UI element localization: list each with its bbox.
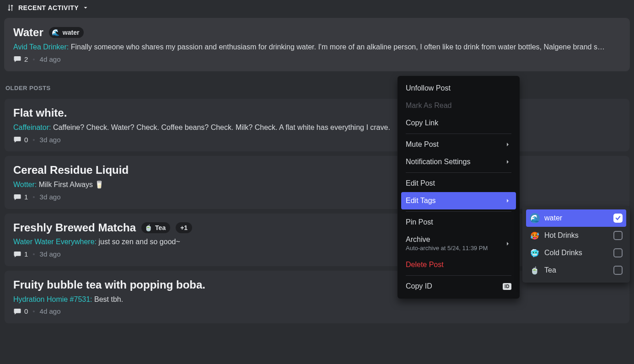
tag-option-cold-drinks[interactable]: 🥶 Cold Drinks bbox=[526, 244, 626, 262]
menu-unfollow-post[interactable]: Unfollow Post bbox=[401, 80, 516, 97]
post-age: 4d ago bbox=[40, 307, 61, 315]
tea-icon: 🍵 bbox=[530, 265, 540, 275]
menu-edit-tags[interactable]: Edit Tags bbox=[401, 192, 516, 209]
menu-separator bbox=[406, 172, 511, 173]
tea-icon: 🍵 bbox=[144, 224, 152, 232]
post-age: 3d ago bbox=[40, 250, 61, 258]
wave-icon: 🌊 bbox=[52, 28, 60, 37]
archive-subtext: Auto-archive at 5/24, 11:39 PM bbox=[406, 245, 488, 252]
tag-option-label: Cold Drinks bbox=[544, 249, 582, 257]
menu-separator bbox=[406, 134, 511, 134]
sort-dropdown[interactable]: RECENT ACTIVITY bbox=[5, 0, 629, 14]
tag-option-water[interactable]: 🌊 water bbox=[526, 209, 626, 227]
chevron-right-icon bbox=[504, 158, 511, 166]
post-snippet: Caffeine? Check. Water? Check. Coffee be… bbox=[53, 123, 390, 131]
chat-bubble-icon bbox=[13, 307, 21, 316]
post-meta: 2 • 4d ago bbox=[13, 55, 621, 63]
post-title: Flat white. bbox=[13, 107, 67, 120]
post-meta: 0 • 3d ago bbox=[13, 135, 621, 144]
post-snippet: Milk First Always 🥛 bbox=[39, 181, 104, 188]
chat-bubble-icon bbox=[13, 55, 21, 63]
tag-label: Tea bbox=[155, 224, 166, 231]
post-context-menu: Unfollow Post Mark As Read Copy Link Mut… bbox=[398, 76, 520, 299]
menu-mute-post[interactable]: Mute Post bbox=[401, 136, 516, 153]
hot-face-icon: 🥵 bbox=[530, 230, 540, 241]
post-preview: Hydration Homie #7531: Best tbh. bbox=[13, 294, 617, 305]
menu-copy-link[interactable]: Copy Link bbox=[401, 114, 516, 132]
checkbox-unchecked-icon bbox=[613, 248, 623, 257]
checkbox-checked-icon bbox=[613, 214, 623, 223]
menu-delete-post[interactable]: Delete Post bbox=[401, 256, 516, 273]
chevron-down-icon bbox=[82, 5, 89, 11]
post-author: Caffeinator: bbox=[13, 123, 51, 131]
tag-chip-more[interactable]: +1 bbox=[176, 222, 192, 233]
post-author: Water Water Everywhere: bbox=[13, 238, 97, 246]
comment-count: 0 bbox=[13, 135, 28, 144]
meta-separator: • bbox=[32, 307, 35, 315]
post-preview: Wotter: Milk First Always 🥛 bbox=[13, 180, 617, 190]
menu-archive[interactable]: Archive Auto-archive at 5/24, 11:39 PM bbox=[401, 231, 516, 256]
post-preview: Avid Tea Drinker: Finally someone who sh… bbox=[13, 42, 617, 52]
chat-bubble-icon bbox=[13, 135, 21, 144]
post-age: 4d ago bbox=[40, 55, 61, 63]
post-author: Avid Tea Drinker: bbox=[13, 43, 69, 51]
post-preview: Caffeinator: Caffeine? Check. Water? Che… bbox=[13, 123, 617, 133]
post-snippet: just so zen and so good~ bbox=[98, 238, 180, 246]
meta-separator: • bbox=[32, 193, 35, 201]
post-title: Freshly Brewed Matcha bbox=[13, 221, 136, 235]
comment-count: 1 bbox=[13, 250, 28, 258]
tag-option-hot-drinks[interactable]: 🥵 Hot Drinks bbox=[526, 227, 626, 244]
id-badge-icon: ID bbox=[503, 283, 511, 290]
post-age: 3d ago bbox=[40, 193, 61, 201]
meta-separator: • bbox=[32, 55, 35, 63]
post-age: 3d ago bbox=[40, 136, 61, 144]
menu-separator bbox=[406, 211, 511, 212]
meta-separator: • bbox=[32, 136, 35, 144]
forum-post-card[interactable]: Cereal Residue Liquid Wotter: Milk First… bbox=[5, 156, 629, 209]
post-snippet: Finally someone who shares my passion an… bbox=[71, 43, 605, 51]
tag-label: water bbox=[63, 29, 80, 36]
post-meta: 1 • 3d ago bbox=[13, 193, 621, 201]
tag-chip-tea[interactable]: 🍵 Tea bbox=[141, 222, 170, 233]
meta-separator: • bbox=[32, 250, 35, 258]
tag-option-label: Tea bbox=[544, 266, 556, 274]
comment-count: 1 bbox=[13, 193, 28, 201]
menu-notification-settings[interactable]: Notification Settings bbox=[401, 153, 516, 171]
tag-option-label: water bbox=[544, 214, 562, 222]
chat-bubble-icon bbox=[13, 250, 21, 258]
post-title: Water bbox=[13, 26, 43, 39]
menu-copy-id[interactable]: Copy ID ID bbox=[401, 278, 516, 295]
post-title: Fruity bubble tea with popping boba. bbox=[13, 278, 205, 292]
checkbox-unchecked-icon bbox=[613, 266, 623, 275]
chat-bubble-icon bbox=[13, 193, 21, 201]
edit-tags-popover: 🌊 water 🥵 Hot Drinks 🥶 Cold Drinks 🍵 Tea bbox=[522, 206, 630, 283]
tag-chip-water[interactable]: 🌊 water bbox=[49, 27, 84, 38]
forum-post-card[interactable]: Water 🌊 water Avid Tea Drinker: Finally … bbox=[5, 18, 629, 71]
menu-pin-post[interactable]: Pin Post bbox=[401, 214, 516, 231]
menu-mark-as-read[interactable]: Mark As Read bbox=[401, 97, 516, 114]
post-title: Cereal Residue Liquid bbox=[13, 164, 129, 177]
tag-overflow-count: +1 bbox=[180, 224, 188, 231]
chevron-right-icon bbox=[504, 197, 511, 204]
menu-separator bbox=[406, 275, 511, 276]
post-author: Hydration Homie #7531: bbox=[13, 295, 92, 303]
post-author: Wotter: bbox=[13, 181, 37, 188]
comment-count: 2 bbox=[13, 55, 28, 63]
comment-count: 0 bbox=[13, 307, 28, 316]
forum-post-card[interactable]: Flat white. Caffeinator: Caffeine? Check… bbox=[5, 99, 629, 151]
post-meta: 0 • 4d ago bbox=[13, 307, 621, 316]
chevron-right-icon bbox=[504, 240, 511, 247]
sort-label: RECENT ACTIVITY bbox=[18, 4, 79, 11]
checkbox-unchecked-icon bbox=[613, 231, 623, 240]
tag-option-tea[interactable]: 🍵 Tea bbox=[526, 262, 626, 279]
chevron-right-icon bbox=[504, 141, 511, 148]
tag-option-label: Hot Drinks bbox=[544, 231, 579, 240]
section-header-older: OLDER POSTS bbox=[5, 75, 629, 94]
post-snippet: Best tbh. bbox=[94, 295, 123, 303]
menu-edit-post[interactable]: Edit Post bbox=[401, 175, 516, 192]
wave-icon: 🌊 bbox=[530, 213, 540, 223]
cold-face-icon: 🥶 bbox=[530, 248, 540, 258]
sort-icon bbox=[6, 4, 15, 12]
